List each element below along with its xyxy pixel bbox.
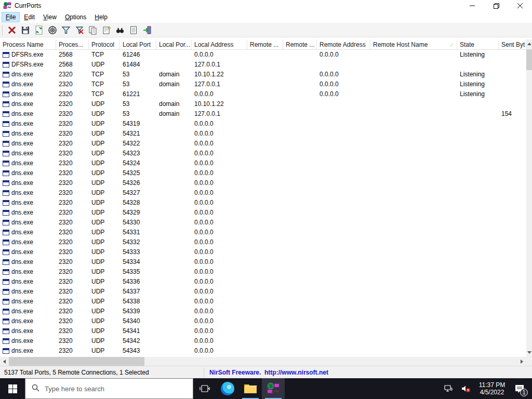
minimize-button[interactable] [460,0,484,11]
table-cell [317,60,370,70]
action-center-icon[interactable]: 1 [510,378,529,399]
scroll-left-arrow[interactable] [0,357,9,366]
table-row[interactable]: DFSRs.exe2568TCP612460.0.0.00.0.0.0Liste… [0,50,526,60]
report-button[interactable] [127,24,140,36]
table-row[interactable]: dns.exe2320TCP53domain10.10.1.220.0.0.0L… [0,70,526,79]
table-row[interactable]: dns.exe2320UDP543310.0.0.0 [0,228,526,237]
table-row[interactable]: dns.exe2320UDP543330.0.0.0 [0,247,526,257]
table-cell: 2320 [56,287,89,297]
table-row[interactable]: dns.exe2320UDP543410.0.0.0 [0,326,526,336]
column-header[interactable]: Local Por... [156,39,192,50]
table-cell [283,316,317,326]
refresh-button[interactable] [32,24,46,36]
start-button[interactable] [0,378,25,399]
table-row[interactable]: dns.exe2320UDP543390.0.0.0 [0,307,526,316]
table-row[interactable]: dns.exe2320UDP543280.0.0.0 [0,198,526,208]
table-row[interactable]: dns.exe2320UDP543230.0.0.0 [0,149,526,158]
network-icon[interactable] [441,378,456,399]
table-row[interactable]: dns.exe2320UDP543240.0.0.0 [0,158,526,168]
table-row[interactable]: dns.exe2320UDP543350.0.0.0 [0,267,526,277]
filter-button[interactable] [59,24,73,36]
save-button[interactable] [19,24,32,36]
menu-edit[interactable]: Edit [20,12,38,22]
column-header[interactable]: State [457,39,499,50]
table-row[interactable]: dns.exe2320UDP543430.0.0.0 [0,346,526,356]
table-cell [499,316,526,326]
column-header[interactable]: Local Port [120,39,156,50]
table-row[interactable]: dns.exe2320TCP612210.0.0.00.0.0.0Listeni… [0,89,526,99]
scroll-up-arrow[interactable] [526,39,532,48]
vertical-scroll-thumb[interactable] [526,49,532,70]
scroll-right-arrow[interactable] [517,357,526,366]
menu-file[interactable]: File [2,12,19,22]
table-cell: UDP [89,247,120,257]
table-row[interactable]: dns.exe2320UDP53domain127.0.0.1154 [0,109,526,119]
table-row[interactable]: dns.exe2320UDP543360.0.0.0 [0,277,526,287]
task-view-button[interactable] [193,378,216,399]
table-row[interactable]: dns.exe2320UDP543290.0.0.0 [0,208,526,218]
column-header[interactable]: Local Address [192,39,247,50]
table-cell: dns.exe [0,228,56,237]
process-window-icon [3,210,9,216]
table-row[interactable]: dns.exe2320UDP543220.0.0.0 [0,139,526,149]
volume-muted-icon[interactable] [458,378,474,399]
horizontal-scroll-thumb[interactable] [9,357,144,366]
table-row[interactable]: dns.exe2320UDP543210.0.0.0 [0,129,526,139]
table-row[interactable]: dns.exe2320UDP543250.0.0.0 [0,168,526,178]
vertical-scroll-track[interactable] [526,48,532,348]
column-header[interactable]: Sent Byt [499,39,526,50]
exit-button[interactable] [140,24,154,36]
table-row[interactable]: dns.exe2320UDP543380.0.0.0 [0,297,526,307]
column-header[interactable]: Remote ... [247,39,283,50]
table-cell [457,178,499,188]
table-row[interactable]: dns.exe2320UDP543190.0.0.0 [0,119,526,129]
table-row[interactable]: dns.exe2320UDP543400.0.0.0 [0,316,526,326]
delete-button[interactable] [5,24,19,36]
table-row[interactable]: dns.exe2320UDP543260.0.0.0 [0,178,526,188]
currports-taskbar-icon[interactable] [262,378,285,399]
table-row[interactable]: dns.exe2320UDP543300.0.0.0 [0,218,526,228]
table-cell: dns.exe [0,247,56,257]
column-header[interactable]: Proces... [56,39,89,50]
table-row[interactable]: DFSRs.exe2568UDP61484127.0.0.1 [0,60,526,70]
table-row[interactable]: dns.exe2320TCP53domain127.0.0.10.0.0.0Li… [0,79,526,89]
file-explorer-icon[interactable] [239,378,262,399]
horizontal-scrollbar[interactable] [0,357,526,366]
properties-button[interactable] [100,24,113,36]
menu-options[interactable]: Options [61,12,90,22]
table-row[interactable]: dns.exe2320UDP53domain10.10.1.22 [0,99,526,109]
resolve-addresses-button[interactable] [46,24,59,36]
find-button[interactable] [113,24,127,36]
table-cell [317,188,370,198]
horizontal-scroll-track[interactable] [9,357,517,366]
menu-help[interactable]: Help [91,12,111,22]
taskbar-search[interactable] [25,378,193,399]
column-header[interactable]: Remote Address [317,39,370,50]
table-cell [370,99,457,109]
close-button[interactable] [508,0,532,11]
column-header[interactable]: Remote ... [283,39,317,50]
table-cell [370,287,457,297]
table-row[interactable]: dns.exe2320UDP543370.0.0.0 [0,287,526,297]
nirsoft-link[interactable]: NirSoft Freeware. http://www.nirsoft.net [204,369,328,376]
scroll-down-arrow[interactable] [526,348,532,357]
table-cell: 0.0.0.0 [192,267,247,277]
clear-filter-button[interactable] [73,24,86,36]
table-cell [317,109,370,119]
process-window-icon [3,318,9,324]
table-row[interactable]: dns.exe2320UDP543320.0.0.0 [0,237,526,247]
menu-view[interactable]: View [39,12,60,22]
column-header[interactable]: Process Name [0,39,56,50]
edge-icon[interactable] [216,378,239,399]
search-input[interactable] [45,385,175,393]
column-header[interactable]: Remote Host Name⁄ [370,39,457,50]
table-cell [156,237,192,247]
table-row[interactable]: dns.exe2320UDP543270.0.0.0 [0,188,526,198]
column-header[interactable]: Protocol [89,39,120,50]
table-row[interactable]: dns.exe2320UDP543340.0.0.0 [0,257,526,267]
copy-button[interactable] [86,24,100,36]
taskbar-clock[interactable]: 11:37 PM 4/5/2022 [476,381,508,396]
vertical-scrollbar[interactable] [526,39,532,357]
restore-button[interactable] [484,0,508,11]
table-row[interactable]: dns.exe2320UDP543420.0.0.0 [0,336,526,346]
